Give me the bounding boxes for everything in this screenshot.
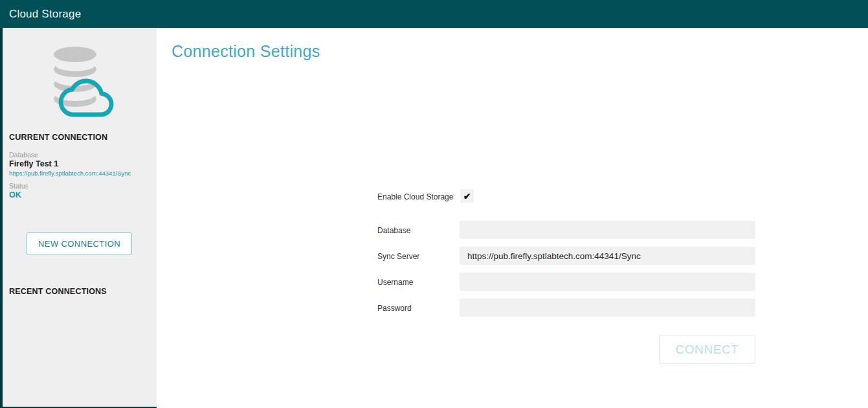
new-connection-button[interactable]: NEW CONNECTION [27,232,132,255]
database-field-label: Database [377,226,410,235]
recent-connections-heading: RECENT CONNECTIONS [9,287,107,296]
current-database-name: Firefly Test 1 [9,159,58,168]
database-cloud-icon [43,41,117,118]
window-left-edge [0,28,3,408]
current-database-url: https://pub.firefly.sptlabtech.com:44341… [9,170,131,177]
app-title: Cloud Storage [9,0,81,28]
main-content: Connection Settings Enable Cloud Storage… [157,28,868,408]
enable-cloud-storage-label: Enable Cloud Storage [377,192,453,201]
sync-server-input[interactable] [460,247,755,265]
status-label: Status [9,182,28,190]
connect-button[interactable]: CONNECT [659,335,755,364]
password-input[interactable] [460,299,755,317]
page-title: Connection Settings [172,42,320,61]
username-field-label: Username [377,278,413,287]
username-input[interactable] [460,273,755,291]
enable-cloud-storage-checkbox[interactable]: ✔ [460,189,474,203]
current-connection-heading: CURRENT CONNECTION [9,133,107,142]
titlebar: Cloud Storage [0,0,868,28]
password-field-label: Password [377,304,412,313]
status-value: OK [9,190,21,199]
check-icon: ✔ [463,192,471,201]
database-input[interactable] [460,221,755,239]
sidebar: CURRENT CONNECTION Database Firefly Test… [0,28,157,408]
database-label: Database [9,151,38,159]
sync-server-field-label: Sync Server [377,252,419,261]
